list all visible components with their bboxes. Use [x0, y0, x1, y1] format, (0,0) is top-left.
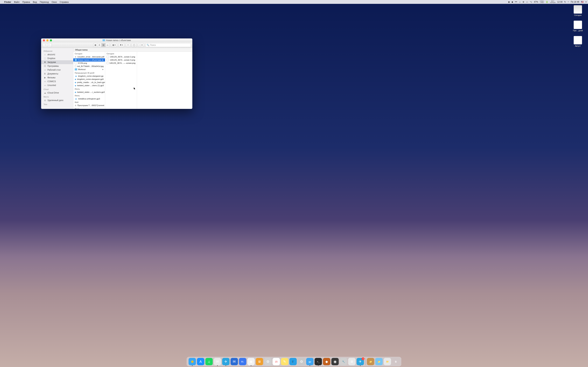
file-row[interactable]: ICON.png — [73, 61, 105, 65]
dock-app-trash[interactable]: 🗑 — [392, 358, 399, 365]
dock-app-fuel[interactable]: ◆ — [323, 358, 330, 365]
dock-app-obs[interactable]: ◉ — [331, 358, 339, 365]
dock-app-terminal[interactable]: >_ — [315, 358, 322, 365]
menu-edit[interactable]: Правка — [22, 1, 30, 3]
dock-app-mail[interactable]: ✉ — [214, 358, 221, 365]
dock-app-telegram[interactable]: ✈ — [222, 358, 230, 365]
window-maximize-button[interactable] — [50, 39, 52, 42]
display-icon[interactable]: ▭ — [526, 1, 528, 3]
sidebar-item[interactable]: ☁iCloud Drive — [41, 91, 73, 95]
sidebar-item[interactable]: ▭Unsorted — [41, 83, 73, 87]
forward-button[interactable]: 〉 — [47, 43, 52, 47]
file-row[interactable]: 145129_3674…копия 2.png — [105, 55, 137, 58]
clock-text[interactable]: Пн 18 46 — [571, 1, 579, 3]
status-icon[interactable]: ◆ — [511, 1, 513, 3]
icon-view-button[interactable]: ▦ — [93, 43, 97, 47]
notification-center-icon[interactable]: ≡ — [585, 1, 587, 3]
dropbox-button[interactable]: ⬚ ▾ — [138, 43, 144, 47]
battery-percent[interactable]: 47% — [534, 1, 538, 3]
network-icon[interactable]: ⊕ — [523, 1, 524, 3]
tags-button[interactable]: ◯ — [132, 43, 137, 47]
wifi-icon[interactable]: ⌔ — [568, 1, 569, 3]
app-glyph: 📁 — [386, 360, 389, 363]
dock-app-macdown[interactable]: M↓ — [239, 358, 246, 365]
file-row[interactable]: ◉metallica-unforgiven.gp3 — [73, 97, 105, 100]
file-name: pretty_maids-…ck_to_back.gp4 — [77, 81, 105, 83]
dock-app-pages[interactable]: 📘 — [289, 358, 297, 365]
status-icon[interactable]: ••• — [515, 1, 517, 3]
file-row[interactable]: 🗎1noyfert_ernst…ktirovanie.pdf — [73, 55, 105, 58]
dock-app-telegram2[interactable]: ✈4 — [357, 358, 364, 365]
search-input[interactable]: 🔍 Поиск — [146, 43, 191, 47]
sidebar-item[interactable]: ▭Рабочий стол — [41, 68, 73, 72]
clock-analog[interactable]: 12:30 — [557, 1, 562, 3]
net-speed[interactable]: 0 КБ/с 1 КБ/с — [540, 0, 544, 3]
menu-file[interactable]: Файл — [14, 1, 20, 3]
input-source-icon[interactable]: 🇺🇸 — [581, 1, 584, 3]
sidebar-item[interactable]: ⒶПрограммы — [41, 64, 73, 68]
window-minimize-button[interactable] — [46, 39, 49, 42]
path-bar[interactable]: Общая папка — [73, 48, 192, 52]
status-icon[interactable]: ◉ — [508, 1, 510, 3]
brightness-icon[interactable]: ☼ — [519, 1, 521, 3]
sidebar-item[interactable]: ◎Удаленный диск — [41, 98, 73, 102]
dock-app-folder3[interactable]: 📁 — [384, 358, 391, 365]
sidebar-item[interactable]: 🗎Документы — [41, 72, 73, 76]
app-menu[interactable]: Finder — [4, 1, 11, 3]
dock-app-preview[interactable]: 🖼 — [256, 358, 263, 365]
sidebar-item-label: COMICS — [47, 80, 56, 83]
desktop-file[interactable]: Август — [571, 36, 585, 47]
dock-app-calendar[interactable]: 15 — [273, 358, 280, 365]
dock-app-thunderbird[interactable]: ✉ — [231, 358, 238, 365]
action-button[interactable]: ✱ ▾ — [119, 43, 124, 47]
sidebar-item[interactable]: ▶Фильмы — [41, 76, 73, 80]
list-view-button[interactable]: ☰ — [97, 43, 101, 47]
dock-app-notes[interactable]: ✎ — [281, 358, 288, 365]
menu-window[interactable]: Окно — [52, 1, 57, 3]
sidebar-item[interactable]: ⬇Загрузки — [41, 60, 73, 64]
dock-app-folder2[interactable]: 📁 — [375, 358, 383, 365]
gp-file-icon: ◉ — [75, 75, 77, 77]
sidebar-item[interactable]: ⌂akozoriz — [41, 53, 73, 57]
sidebar-item[interactable]: ▭COMICS — [41, 80, 73, 83]
dock-app-appstore[interactable]: A — [197, 358, 204, 365]
temp-rpm[interactable]: 56°C 1187rpm — [550, 0, 556, 3]
desktop-file[interactable]: Сегодня — [571, 5, 585, 16]
dock-app-folder1[interactable]: 📁 — [367, 358, 374, 365]
file-name: kingdom_come-stargazer.gp — [78, 75, 104, 77]
file-row[interactable]: Новая папка с объектами▶ — [73, 58, 105, 61]
sidebar-item[interactable]: ⬚Dropbox — [41, 57, 73, 60]
menu-go[interactable]: Переход — [40, 1, 49, 3]
file-row[interactable]: ◉twisted_sister-…r_suckers.gp3 — [73, 91, 105, 94]
dock-app-guitarpro[interactable]: gp — [306, 358, 314, 365]
file-row[interactable]: ◉pretty_maids-…ck_to_back.gp4 — [73, 81, 105, 84]
dock-app-tool[interactable]: 🔧 — [340, 358, 347, 365]
bluetooth-icon[interactable]: ⌥ — [530, 1, 532, 3]
file-row[interactable]: 145129_3674…копия 3.png — [105, 58, 137, 61]
file-row[interactable]: ◉twisted_sister-…ckers (1).gp3 — [73, 84, 105, 87]
battery-icon[interactable]: 🔋 — [546, 1, 548, 3]
time-machine-icon[interactable]: ↻ — [564, 1, 566, 3]
menu-help[interactable]: Справка — [60, 1, 69, 3]
dock-app-chrome[interactable]: ◉ — [247, 358, 255, 365]
file-row[interactable]: md_fb77bbb9…355a541d.jpg — [73, 65, 105, 68]
desktop-file[interactable]: Пре…дней — [571, 21, 585, 32]
arrange-button[interactable]: ▦ ▾ — [111, 43, 117, 47]
file-row[interactable]: Workout▶ — [73, 68, 105, 71]
dock-app-spotify[interactable]: ♫ — [206, 358, 213, 365]
dock-app-finder[interactable]: 🙂 — [189, 358, 196, 365]
file-row[interactable]: 🗎Прослушка T…09327].torrent — [73, 104, 105, 107]
column-view-button[interactable]: ▥ — [101, 43, 105, 47]
back-button[interactable]: 〈 — [43, 43, 47, 47]
dock-app-photos[interactable]: 🖼 — [348, 358, 356, 365]
share-button[interactable]: ⇪ — [126, 43, 130, 47]
gallery-view-button[interactable]: ▭ — [105, 43, 110, 47]
window-close-button[interactable] — [43, 39, 45, 42]
dock-app-settings[interactable]: ⚙ — [264, 358, 272, 365]
file-row[interactable]: ◉kingdom_come-stargazer.gp — [73, 75, 105, 78]
titlebar[interactable]: Новая папка с объектами — [41, 38, 192, 42]
file-row[interactable]: 145129_3674…— копия.png — [105, 61, 137, 65]
dock-app-systemprefs[interactable]: ⚙ — [298, 358, 305, 365]
file-row[interactable]: ◉kingdom_come-stargazer.gp5 — [73, 78, 105, 81]
menu-view[interactable]: Вид — [33, 1, 37, 3]
